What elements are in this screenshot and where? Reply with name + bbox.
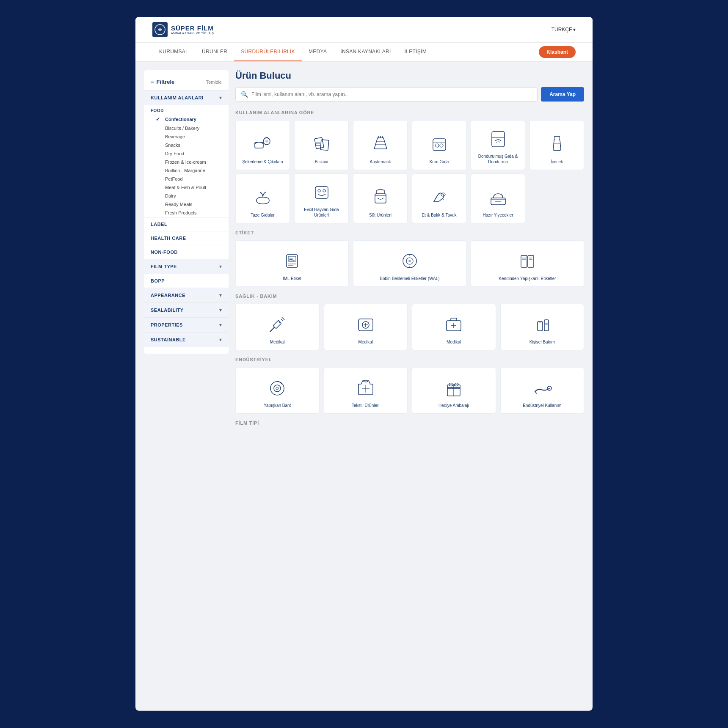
- search-bar: 🔍 Arama Yap: [235, 87, 584, 102]
- card-biscuit[interactable]: Bisküvi: [294, 120, 349, 170]
- nav-surdurulebilirlik[interactable]: SÜRDÜRÜLEBİLİRLİK: [234, 43, 302, 61]
- card-sticker-label: Kendinden Yapışkanlı Etiketler: [499, 276, 556, 281]
- sidebar-section-header-appearance[interactable]: APPEARANCE ▾: [144, 288, 229, 302]
- section-label-filmtipi: FİLM TİPİ: [235, 420, 584, 426]
- sidebar-healthcare-section[interactable]: HEALTH CARE: [144, 231, 229, 245]
- logo: SÜPER FİLM AMBALAJ SAN. VE TİC. A.Ş.: [152, 22, 215, 37]
- sidebar-item-confectionary[interactable]: ✓ Confectionary: [144, 115, 229, 124]
- sidebar-item-readymeals[interactable]: Ready Meals: [144, 200, 229, 209]
- svg-point-10: [436, 144, 439, 147]
- card-gift-label: Hediye Ambalajı: [438, 403, 469, 408]
- sidebar-item-freshproducts[interactable]: Fresh Products: [144, 209, 229, 217]
- svg-rect-45: [544, 320, 549, 331]
- card-readymeal-label: Hazır Yiyecekler: [483, 212, 513, 218]
- card-sticker[interactable]: Kendinden Yapışkanlı Etiketler: [471, 240, 584, 287]
- card-gift[interactable]: Hediye Ambalajı: [412, 367, 496, 414]
- card-syringe[interactable]: Medikal: [235, 304, 320, 350]
- svg-point-16: [318, 190, 320, 192]
- clear-filters-button[interactable]: Temizle: [206, 80, 222, 85]
- svg-rect-5: [320, 140, 328, 150]
- search-icon: 🔍: [241, 91, 248, 98]
- sidebar-item-frozen[interactable]: Frozen & Ice-cream: [144, 158, 229, 166]
- card-medicalbox[interactable]: Medikal: [412, 304, 496, 350]
- card-petfood[interactable]: Evcil Hayvan Gıda Ürünleri: [294, 173, 349, 223]
- sidebar-item-dairy[interactable]: Dairy: [144, 192, 229, 200]
- card-iml[interactable]: IML IML Etiket: [235, 240, 349, 287]
- card-firstaid[interactable]: Medikal: [324, 304, 408, 350]
- food-card-grid: Şekerleme & Çikolata Bisküvi: [235, 120, 584, 170]
- sidebar-item-dryfood[interactable]: Dry Food: [144, 149, 229, 158]
- nav-kurumsal[interactable]: KURUMSAL: [152, 43, 195, 61]
- food-card-grid-row2: Taze Gıdalar Evcil Hayvan Gıda Ürünleri: [235, 173, 584, 223]
- nav-insan[interactable]: İNSAN KAYNAKLARI: [334, 43, 397, 61]
- card-petfood-label: Evcil Hayvan Gıda Ürünleri: [299, 207, 344, 218]
- nav-iletisim[interactable]: İLETİŞİM: [398, 43, 433, 61]
- card-industrial-label: Endüstriyel Kullanım: [523, 403, 561, 408]
- sidebar-section-header-filmtype[interactable]: FILM TYPE ▾: [144, 259, 229, 274]
- header-right: TÜRKÇE ▾: [552, 27, 576, 33]
- nav-bar: KURUMSAL ÜRÜNLER SÜRDÜRÜLEBİLİRLİK MEDYA…: [135, 43, 593, 62]
- logo-icon: [152, 22, 168, 37]
- svg-point-11: [440, 144, 443, 147]
- svg-rect-9: [433, 139, 446, 151]
- card-dairy[interactable]: Süt Ürünleri: [353, 173, 408, 223]
- card-freshfood-label: Taze Gıdalar: [251, 212, 275, 218]
- header: SÜPER FİLM AMBALAJ SAN. VE TİC. A.Ş. TÜR…: [135, 17, 593, 43]
- card-candy[interactable]: Şekerleme & Çikolata: [235, 120, 290, 170]
- svg-point-3: [265, 140, 268, 143]
- sidebar-item-snacks[interactable]: Snacks: [144, 141, 229, 149]
- card-textile[interactable]: Tekstil Ürünleri: [324, 367, 408, 414]
- card-bobin-label: Bobin Beslemeli Etiketler (WAL): [380, 276, 439, 281]
- card-frozen-label: Dondurulmuş Gıda & Dondurma: [475, 154, 521, 165]
- search-button[interactable]: Arama Yap: [541, 87, 584, 102]
- sidebar-section-filmtype: FILM TYPE ▾: [144, 259, 229, 274]
- svg-point-17: [323, 190, 325, 192]
- check-icon: ✓: [156, 116, 162, 122]
- card-freshfood[interactable]: Taze Gıdalar: [235, 173, 290, 223]
- logo-sub-text: AMBALAJ SAN. VE TİC. A.Ş.: [171, 32, 215, 35]
- sidebar-item-meat[interactable]: Meat & Fish & Poult: [144, 183, 229, 192]
- nav-urunler[interactable]: ÜRÜNLER: [195, 43, 234, 61]
- etiket-card-grid: IML IML Etiket Bobin Beslemeli Etiketl: [235, 240, 584, 287]
- card-tape[interactable]: Yapışkan Bant: [235, 367, 320, 414]
- card-meat-label: Et & Balık & Tavuk: [422, 212, 456, 218]
- endustriyel-card-grid: Yapışkan Bant Tekstil Ürünleri: [235, 367, 584, 414]
- card-bobin[interactable]: Bobin Beslemeli Etiketler (WAL): [353, 240, 466, 287]
- card-snack[interactable]: Atıştırmalık: [353, 120, 408, 170]
- card-industrial[interactable]: Endüstriyel Kullanım: [500, 367, 585, 414]
- sidebar-item-biscuits[interactable]: Biscuits / Bakery: [144, 124, 229, 132]
- sidebar-section-header-sealability[interactable]: SEALABILITY ▾: [144, 303, 229, 317]
- search-input[interactable]: [251, 88, 532, 101]
- sidebar-section-header-properties[interactable]: PROPERTIES ▾: [144, 318, 229, 332]
- nav-medya[interactable]: MEDYA: [302, 43, 334, 61]
- language-selector[interactable]: TÜRKÇE ▾: [552, 27, 576, 33]
- sidebar-item-beverage[interactable]: Beverage: [144, 132, 229, 141]
- sidebar-label-section[interactable]: LABEL: [144, 217, 229, 231]
- section-label-kullanim: KULLANIM ALANLARINA GÖRE: [235, 110, 584, 115]
- card-textile-label: Tekstil Ürünleri: [352, 403, 380, 408]
- klasbant-button[interactable]: Klasbant: [539, 46, 576, 58]
- sidebar-item-buillion[interactable]: Buillion - Margarine: [144, 166, 229, 175]
- svg-point-49: [274, 385, 281, 392]
- card-syringe-label: Medikal: [270, 339, 284, 345]
- card-dairy-label: Süt Ürünleri: [369, 212, 392, 218]
- section-label-etiket: ETİKET: [235, 230, 584, 235]
- svg-rect-15: [315, 187, 328, 198]
- card-iml-label: IML Etiket: [283, 276, 301, 281]
- sidebar-section-header-kullanim[interactable]: KULLANIM ALANLARI ▾: [144, 91, 229, 105]
- card-personalcare[interactable]: Kişisel Bakım: [500, 304, 585, 350]
- svg-point-29: [408, 260, 411, 262]
- empty-card: [529, 173, 584, 223]
- card-dryfood[interactable]: Kuru Gıda: [412, 120, 466, 170]
- sidebar-item-petfood[interactable]: PetFood: [144, 175, 229, 183]
- card-meat[interactable]: Et & Balık & Tavuk: [412, 173, 466, 223]
- card-readymeal[interactable]: Hazır Yiyecekler: [471, 173, 525, 223]
- sidebar-section-header-sustainable[interactable]: SUSTAINABLE ▾: [144, 332, 229, 347]
- svg-point-48: [270, 382, 284, 395]
- card-frozen[interactable]: Dondurulmuş Gıda & Dondurma: [471, 120, 525, 170]
- sidebar-nonfood-section[interactable]: NON-FOOD: [144, 245, 229, 259]
- card-personalcare-label: Kişisel Bakım: [529, 339, 555, 345]
- sidebar-section-appearance: APPEARANCE ▾: [144, 288, 229, 302]
- sidebar-section-kullanim: KULLANIM ALANLARI ▾ FOOD ✓ Confectionary…: [144, 90, 229, 217]
- card-beverage[interactable]: İçecek: [529, 120, 584, 170]
